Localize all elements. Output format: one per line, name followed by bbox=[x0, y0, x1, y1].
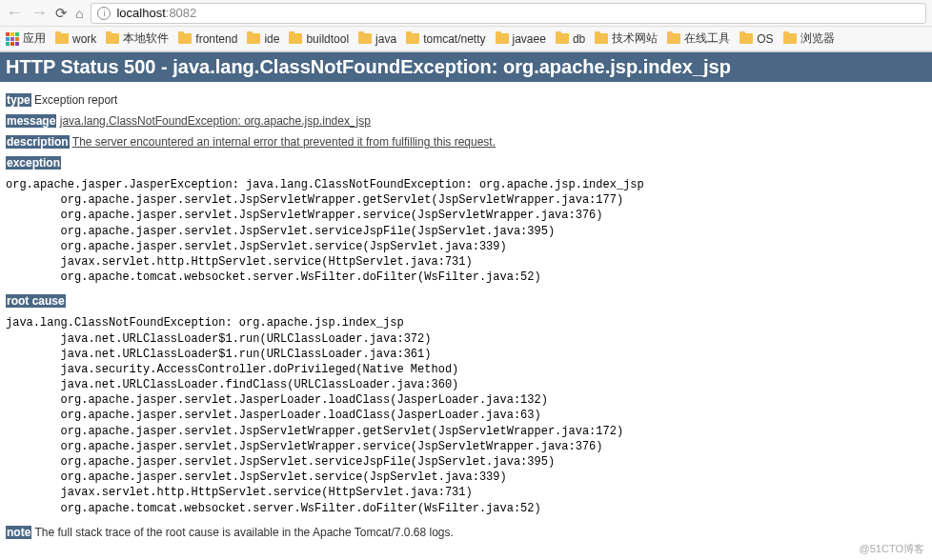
folder-icon bbox=[556, 33, 569, 44]
bookmark-label: 在线工具 bbox=[684, 30, 730, 47]
bookmark-label: work bbox=[72, 32, 96, 46]
folder-icon bbox=[289, 33, 302, 44]
bookmark-item[interactable]: OS bbox=[740, 30, 773, 47]
bookmark-item[interactable]: 技术网站 bbox=[595, 30, 658, 47]
bookmark-item[interactable]: work bbox=[55, 30, 96, 47]
type-text: Exception report bbox=[34, 93, 117, 107]
bookmarks-bar: 应用 work本地软件frontendidebuildtooljavatomca… bbox=[0, 27, 932, 51]
root-cause-label: root cause bbox=[6, 294, 66, 308]
address-bar[interactable]: i localhost:8082 bbox=[91, 3, 926, 24]
page-content: HTTP Status 500 - java.lang.ClassNotFoun… bbox=[0, 51, 932, 539]
back-button: ← bbox=[6, 3, 23, 23]
url-host: localhost bbox=[116, 6, 165, 20]
bookmark-item[interactable]: java bbox=[358, 30, 396, 47]
description-label: description bbox=[6, 135, 70, 149]
apps-button[interactable]: 应用 bbox=[6, 30, 46, 47]
message-text: java.lang.ClassNotFoundException: org.ap… bbox=[60, 114, 371, 128]
note-label: note bbox=[6, 526, 31, 539]
bookmark-item[interactable]: 本地软件 bbox=[106, 30, 169, 47]
exception-label: exception bbox=[6, 156, 61, 170]
bookmark-item[interactable]: buildtool bbox=[289, 30, 349, 47]
bookmark-label: 技术网站 bbox=[612, 30, 658, 47]
bookmark-label: buildtool bbox=[306, 32, 349, 46]
bookmark-item[interactable]: frontend bbox=[178, 30, 237, 47]
bookmark-item[interactable]: tomcat/netty bbox=[406, 30, 485, 47]
apps-icon bbox=[6, 32, 19, 46]
description-text: The server encountered an internal error… bbox=[72, 135, 496, 149]
bookmark-label: javaee bbox=[513, 32, 546, 46]
folder-icon bbox=[178, 33, 192, 44]
note-text: The full stack trace of the root cause i… bbox=[34, 526, 453, 539]
site-info-icon[interactable]: i bbox=[97, 7, 111, 20]
folder-icon bbox=[55, 33, 69, 44]
bookmark-label: db bbox=[573, 32, 585, 46]
url-port: :8082 bbox=[166, 6, 197, 20]
reload-button[interactable]: ⟳ bbox=[55, 5, 68, 22]
folder-icon bbox=[496, 33, 509, 44]
folder-icon bbox=[358, 33, 372, 44]
error-header: HTTP Status 500 - java.lang.ClassNotFoun… bbox=[0, 51, 932, 82]
apps-label: 应用 bbox=[23, 30, 46, 47]
home-button[interactable]: ⌂ bbox=[75, 6, 83, 21]
folder-icon bbox=[247, 33, 260, 44]
bookmark-item[interactable]: javaee bbox=[496, 30, 546, 47]
folder-icon bbox=[106, 33, 119, 44]
error-report: type Exception report message java.lang.… bbox=[0, 82, 932, 539]
bookmark-item[interactable]: 在线工具 bbox=[667, 30, 730, 47]
folder-icon bbox=[783, 33, 797, 44]
browser-toolbar: ← → ⟳ ⌂ i localhost:8082 bbox=[0, 0, 932, 27]
root-cause-trace: java.lang.ClassNotFoundException: org.ap… bbox=[6, 315, 926, 515]
bookmark-label: ide bbox=[264, 32, 279, 46]
bookmark-label: java bbox=[375, 32, 396, 46]
message-label: message bbox=[6, 114, 56, 128]
folder-icon bbox=[595, 33, 608, 44]
watermark: @51CTO博客 bbox=[860, 542, 924, 556]
folder-icon bbox=[406, 33, 419, 44]
bookmark-label: frontend bbox=[195, 32, 237, 46]
bookmark-label: 本地软件 bbox=[123, 30, 169, 47]
bookmark-item[interactable]: ide bbox=[247, 30, 279, 47]
folder-icon bbox=[667, 33, 680, 44]
exception-trace: org.apache.jasper.JasperException: java.… bbox=[6, 177, 926, 285]
bookmark-item[interactable]: db bbox=[556, 30, 585, 47]
bookmark-label: OS bbox=[757, 32, 773, 46]
folder-icon bbox=[740, 33, 753, 44]
forward-button: → bbox=[30, 3, 48, 23]
type-label: type bbox=[6, 93, 31, 107]
bookmark-item[interactable]: 浏览器 bbox=[783, 30, 835, 47]
bookmark-label: 浏览器 bbox=[800, 30, 835, 47]
bookmark-label: tomcat/netty bbox=[423, 32, 485, 46]
